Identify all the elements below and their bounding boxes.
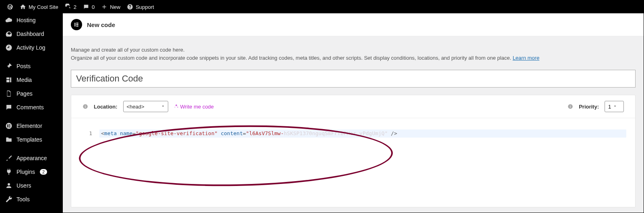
location-select[interactable]: <head> (123, 101, 168, 112)
chevron-down-icon (613, 104, 617, 110)
svg-rect-11 (85, 105, 85, 106)
wordpress-logo[interactable] (4, 0, 17, 13)
code-title-box (71, 70, 636, 88)
sidebar-item-posts[interactable]: Posts (0, 59, 63, 73)
main-content: New code Manage and create all of your c… (63, 13, 644, 213)
user-icon (5, 182, 12, 189)
sidebar-item-dashboard[interactable]: Dashboard (0, 27, 63, 41)
admin-bar: My Cool Site 2 0 New Support (0, 0, 644, 13)
site-name-link[interactable]: My Cool Site (17, 0, 62, 13)
sidebar-item-hosting[interactable]: Hosting (0, 13, 63, 27)
svg-rect-10 (85, 106, 85, 108)
code-line[interactable]: <meta name="google-site-verification" co… (99, 129, 626, 138)
refresh-icon (65, 4, 71, 10)
code-panel: Location: <head> Write me code Priority:… (71, 95, 636, 207)
intro-text: Manage and create all of your custom cod… (63, 36, 644, 67)
updates-link[interactable]: 2 (62, 0, 80, 13)
priority-selected-value: 1 (608, 104, 611, 110)
sidebar-item-tools[interactable]: Tools (0, 192, 63, 206)
sidebar-item-label: Templates (17, 136, 42, 143)
sidebar-item-media[interactable]: Media (0, 73, 63, 87)
media-icon (5, 76, 12, 84)
info-icon (83, 104, 88, 109)
updates-count: 2 (74, 4, 76, 10)
svg-rect-5 (74, 23, 75, 26)
sidebar-item-label: Comments (17, 104, 44, 111)
location-label: Location: (94, 104, 118, 110)
location-selected-value: <head> (127, 104, 144, 110)
code-title-input[interactable] (76, 73, 630, 84)
write-me-code-label: Write me code (180, 104, 214, 110)
svg-rect-4 (9, 127, 10, 127)
learn-more-link[interactable]: Learn more (513, 55, 539, 61)
sidebar-item-comments[interactable]: Comments (0, 100, 63, 114)
priority-label: Priority: (579, 104, 599, 110)
svg-rect-13 (570, 106, 571, 108)
sidebar-item-label: Tools (17, 196, 30, 203)
sidebar-item-label: Dashboard (17, 31, 44, 37)
sidebar-item-templates[interactable]: Templates (0, 133, 63, 146)
sidebar-item-label: Users (17, 182, 31, 189)
sidebar-item-activity-log[interactable]: Activity Log (0, 41, 63, 54)
sidebar-item-pages[interactable]: Pages (0, 87, 63, 100)
page-title: New code (87, 21, 115, 28)
sidebar-item-users[interactable]: Users (0, 179, 63, 192)
cloud-icon (5, 17, 12, 24)
code-toolbar: Location: <head> Write me code Priority:… (71, 95, 635, 118)
wordpress-icon (7, 4, 13, 10)
intro-line-1: Manage and create all of your custom cod… (71, 46, 636, 54)
sidebar-item-label: Pages (17, 90, 33, 97)
sidebar-item-plugins[interactable]: Plugins 2 (0, 165, 63, 179)
gauge-icon (5, 30, 12, 38)
support-link[interactable]: Support (124, 0, 157, 13)
sidebar-item-label: Media (17, 77, 32, 83)
sparkle-icon (174, 104, 179, 110)
svg-rect-1 (7, 124, 8, 127)
plugins-update-badge: 2 (40, 169, 47, 175)
sidebar-item-label: Hosting (17, 17, 35, 23)
svg-rect-6 (76, 23, 78, 23)
chevron-down-icon (161, 104, 165, 110)
svg-rect-7 (76, 24, 78, 25)
plug-icon (5, 168, 12, 175)
page-icon (5, 90, 12, 97)
comments-icon (5, 104, 12, 111)
page-header: New code (63, 13, 644, 36)
intro-line-2: Organize all of your custom code and inc… (71, 54, 636, 62)
info-icon (568, 104, 573, 109)
wrench-icon (5, 196, 12, 203)
sidebar-item-label: Posts (17, 63, 31, 69)
site-name-text: My Cool Site (29, 4, 58, 10)
help-icon (127, 4, 133, 10)
svg-rect-14 (570, 105, 571, 106)
new-label: New (110, 4, 120, 10)
svg-rect-8 (76, 26, 78, 27)
pin-icon (5, 63, 12, 70)
home-icon (20, 4, 26, 10)
support-label: Support (136, 4, 154, 10)
svg-rect-2 (9, 124, 10, 125)
priority-select[interactable]: 1 (605, 101, 624, 112)
svg-rect-3 (9, 125, 10, 126)
admin-sidebar: Hosting Dashboard Activity Log Posts Med… (0, 13, 63, 213)
sidebar-item-label: Appearance (17, 155, 47, 161)
sidebar-item-elementor[interactable]: Elementor (0, 119, 63, 133)
elementor-icon (5, 122, 12, 129)
new-link[interactable]: New (98, 0, 124, 13)
sidebar-item-label: Elementor (17, 123, 42, 129)
comments-link[interactable]: 0 (80, 0, 98, 13)
comment-icon (83, 4, 89, 10)
brush-icon (5, 155, 12, 162)
folder-icon (5, 136, 12, 143)
elementor-logo (71, 19, 82, 30)
code-editor[interactable]: 1 <meta name="google-site-verification" … (71, 118, 635, 207)
sidebar-item-label: Plugins (17, 169, 35, 175)
plus-icon (101, 4, 107, 10)
clock-icon (5, 44, 12, 51)
write-me-code-button[interactable]: Write me code (174, 104, 214, 110)
comments-count: 0 (92, 4, 95, 10)
sidebar-item-appearance[interactable]: Appearance (0, 151, 63, 165)
line-number: 1 (80, 129, 96, 138)
sidebar-item-label: Activity Log (17, 44, 45, 51)
